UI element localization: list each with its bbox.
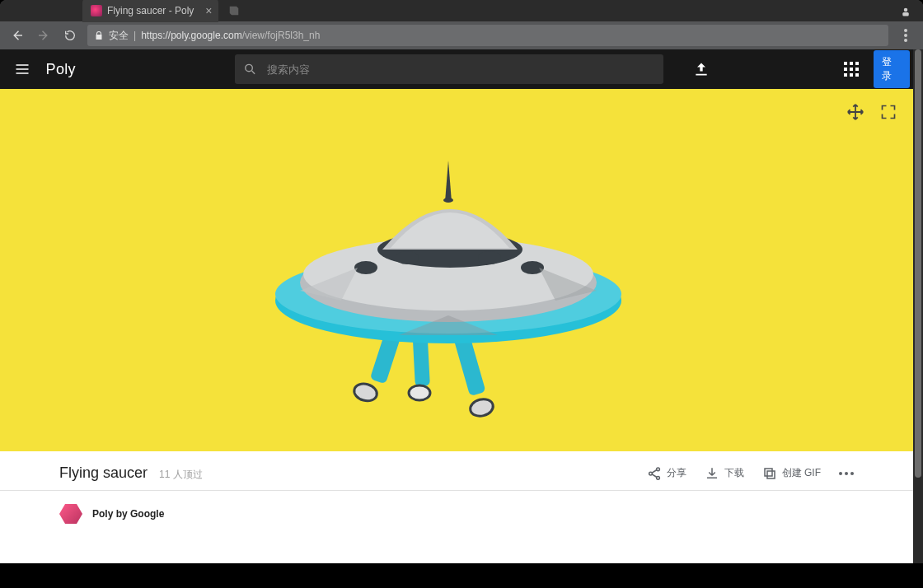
- share-icon: [647, 466, 662, 481]
- svg-point-38: [850, 472, 854, 475]
- move-tool-button[interactable]: [846, 102, 865, 122]
- svg-point-18: [468, 397, 494, 418]
- kebab-icon: [904, 29, 907, 42]
- svg-point-30: [521, 261, 544, 274]
- svg-rect-12: [844, 73, 847, 77]
- svg-point-5: [246, 64, 252, 71]
- svg-point-29: [478, 251, 501, 264]
- url-text: https://poly.google.com/view/fojR5l3h_nh: [141, 30, 320, 41]
- browser-menu-button[interactable]: [897, 26, 915, 44]
- svg-point-20: [409, 385, 430, 400]
- move-icon: [846, 103, 864, 121]
- page-content: Poly 登录: [0, 49, 923, 563]
- reload-button[interactable]: [61, 26, 79, 44]
- more-horizontal-icon: [839, 472, 854, 475]
- download-icon: [705, 466, 719, 481]
- svg-rect-11: [855, 68, 859, 71]
- author-avatar-icon[interactable]: [59, 502, 82, 525]
- svg-rect-34: [767, 471, 775, 478]
- menu-button[interactable]: [13, 60, 31, 78]
- asset-info-bar: Flying saucer 11 人顶过 分享 下载 创建 GIF: [0, 451, 913, 491]
- svg-point-0: [904, 8, 908, 12]
- download-label: 下载: [724, 466, 744, 480]
- svg-rect-7: [850, 62, 853, 65]
- address-toolbar: 安全 | https://poly.google.com/view/fojR5l…: [0, 21, 923, 49]
- create-gif-label: 创建 GIF: [782, 466, 821, 480]
- fullscreen-icon: [880, 104, 897, 120]
- login-button[interactable]: 登录: [874, 50, 910, 88]
- new-tab-icon: [228, 5, 240, 16]
- address-bar[interactable]: 安全 | https://poly.google.com/view/fojR5l…: [87, 25, 888, 46]
- svg-point-28: [396, 251, 419, 264]
- likes-count: 11 人顶过: [159, 468, 203, 482]
- lock-icon: [94, 30, 104, 40]
- download-button[interactable]: 下载: [705, 466, 744, 481]
- app-header: Poly 登录: [0, 49, 923, 89]
- svg-point-27: [354, 261, 377, 274]
- share-button[interactable]: 分享: [647, 466, 686, 481]
- arrow-left-icon: [10, 28, 25, 43]
- search-input[interactable]: [267, 63, 655, 76]
- svg-point-26: [443, 198, 453, 203]
- browser-tab[interactable]: Flying saucer - Poly ×: [82, 0, 218, 22]
- search-icon: [243, 62, 257, 77]
- svg-rect-8: [855, 62, 859, 65]
- tab-close-button[interactable]: ×: [205, 5, 212, 16]
- svg-point-2: [904, 29, 907, 32]
- svg-point-37: [845, 472, 848, 475]
- svg-rect-14: [855, 73, 859, 77]
- upload-button[interactable]: [693, 61, 710, 77]
- upload-icon: [693, 61, 710, 77]
- svg-rect-13: [850, 73, 853, 77]
- asset-title: Flying saucer: [59, 464, 148, 482]
- forward-button[interactable]: [35, 26, 53, 44]
- create-gif-button[interactable]: 创建 GIF: [762, 466, 821, 481]
- svg-rect-6: [844, 62, 847, 65]
- new-tab-button[interactable]: [225, 2, 243, 20]
- share-label: 分享: [667, 466, 686, 480]
- back-button[interactable]: [8, 26, 26, 44]
- tab-favicon-icon: [91, 5, 102, 16]
- scrollbar-thumb[interactable]: [915, 49, 921, 478]
- svg-point-3: [904, 34, 907, 37]
- hamburger-icon: [14, 61, 30, 77]
- reload-icon: [63, 29, 77, 42]
- svg-point-4: [904, 39, 907, 42]
- arrow-right-icon: [36, 28, 51, 43]
- svg-rect-9: [844, 68, 847, 71]
- copy-icon: [762, 466, 777, 481]
- scrollbar-track[interactable]: [913, 49, 923, 563]
- svg-point-16: [352, 381, 378, 404]
- viewer-canvas[interactable]: [0, 89, 913, 451]
- tab-strip: Flying saucer - Poly ×: [0, 0, 923, 21]
- author-row: Poly by Google: [0, 491, 923, 537]
- app-logo[interactable]: Poly: [46, 61, 76, 78]
- author-name[interactable]: Poly by Google: [92, 508, 164, 520]
- profile-icon[interactable]: [898, 5, 913, 20]
- apps-grid-icon: [844, 62, 859, 77]
- fullscreen-button[interactable]: [878, 102, 898, 122]
- svg-rect-10: [850, 68, 853, 71]
- svg-rect-35: [765, 469, 772, 476]
- svg-point-36: [839, 472, 842, 475]
- search-box[interactable]: [235, 54, 663, 84]
- more-button[interactable]: [839, 472, 854, 475]
- secure-label: 安全: [109, 29, 129, 43]
- model-view: [275, 144, 638, 424]
- tab-title: Flying saucer - Poly: [107, 5, 194, 16]
- svg-rect-1: [902, 12, 909, 16]
- apps-button[interactable]: [844, 62, 859, 77]
